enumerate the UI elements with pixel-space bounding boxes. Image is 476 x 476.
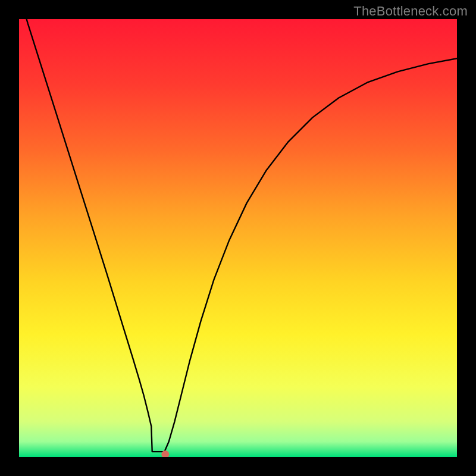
- gradient-background: [19, 19, 457, 457]
- chart-frame: [19, 19, 457, 457]
- watermark-text: TheBottleneck.com: [353, 4, 468, 19]
- bottleneck-chart: [19, 19, 457, 457]
